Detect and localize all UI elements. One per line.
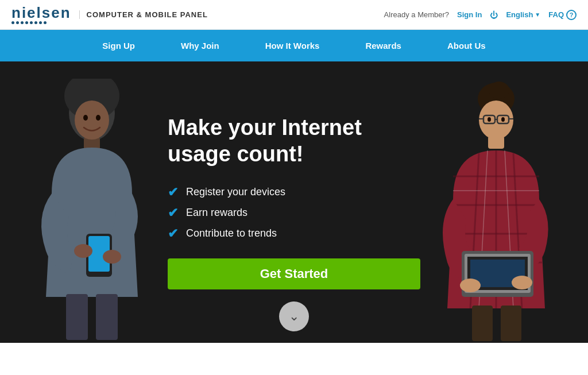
scroll-down-button[interactable]: ⌄ bbox=[279, 301, 309, 331]
faq-circle-icon: ? bbox=[566, 10, 577, 20]
svg-point-10 bbox=[83, 115, 88, 121]
feature-2-label: Earn rewards bbox=[186, 207, 247, 219]
svg-rect-7 bbox=[66, 294, 88, 340]
feature-2: ✔ Earn rewards bbox=[168, 206, 420, 221]
faq-label: FAQ bbox=[548, 10, 564, 19]
feature-1: ✔ Register your devices bbox=[168, 185, 420, 200]
power-icon: ⏻ bbox=[490, 10, 498, 20]
svg-point-21 bbox=[501, 117, 505, 122]
nav-items: Sign Up Why Join How It Works Rewards Ab… bbox=[79, 30, 508, 61]
svg-rect-8 bbox=[96, 294, 118, 340]
nav-item-why-join[interactable]: Why Join bbox=[158, 30, 242, 61]
feature-3-label: Contribute to trends bbox=[186, 227, 277, 239]
svg-rect-39 bbox=[472, 306, 493, 341]
nielsen-logo: nielsen bbox=[11, 5, 71, 24]
check-icon-1: ✔ bbox=[168, 185, 178, 200]
faq-link[interactable]: FAQ ? bbox=[548, 10, 577, 20]
feature-3: ✔ Contribute to trends bbox=[168, 226, 420, 241]
nav-item-signup[interactable]: Sign Up bbox=[79, 30, 158, 61]
svg-point-11 bbox=[96, 115, 100, 121]
member-prompt: Already a Member? bbox=[384, 10, 449, 19]
svg-point-38 bbox=[512, 276, 532, 289]
brand-dots bbox=[11, 21, 47, 24]
svg-point-5 bbox=[74, 244, 92, 258]
svg-rect-40 bbox=[501, 306, 521, 341]
language-selector[interactable]: English ▼ bbox=[506, 10, 540, 19]
brand-subtitle: COMPUTER & MOBILE PANEL bbox=[79, 10, 208, 19]
brand-name: nielsen bbox=[11, 5, 71, 20]
check-icon-3: ✔ bbox=[168, 226, 178, 241]
hero-features: ✔ Register your devices ✔ Earn rewards ✔… bbox=[168, 185, 420, 241]
nav-item-how-it-works[interactable]: How It Works bbox=[242, 30, 343, 61]
header-right: Already a Member? Sign In ⏻ English ▼ FA… bbox=[384, 10, 577, 20]
sign-in-link[interactable]: Sign In bbox=[457, 10, 482, 19]
hero-content: Make your Internet usage count! ✔ Regist… bbox=[168, 115, 420, 289]
nav-item-about-us[interactable]: About Us bbox=[424, 30, 509, 61]
check-icon-2: ✔ bbox=[168, 206, 178, 221]
main-nav: Sign Up Why Join How It Works Rewards Ab… bbox=[0, 30, 588, 61]
svg-point-6 bbox=[103, 250, 121, 264]
hero-title: Make your Internet usage count! bbox=[168, 115, 420, 167]
svg-point-9 bbox=[75, 100, 109, 140]
hero-section: Make your Internet usage count! ✔ Regist… bbox=[0, 61, 588, 343]
chevron-down-icon: ▼ bbox=[535, 11, 540, 18]
chevron-down-icon: ⌄ bbox=[289, 310, 299, 323]
svg-point-37 bbox=[460, 279, 481, 292]
header-left: nielsen COMPUTER & MOBILE PANEL bbox=[11, 5, 208, 24]
svg-rect-22 bbox=[488, 136, 504, 149]
person-right bbox=[421, 79, 571, 343]
svg-point-13 bbox=[489, 82, 509, 99]
feature-1-label: Register your devices bbox=[186, 186, 285, 198]
svg-point-20 bbox=[488, 117, 491, 122]
site-header: nielsen COMPUTER & MOBILE PANEL Already … bbox=[0, 0, 588, 30]
language-label: English bbox=[506, 10, 533, 19]
person-left bbox=[17, 79, 167, 343]
get-started-button[interactable]: Get Started bbox=[168, 258, 420, 289]
nav-item-rewards[interactable]: Rewards bbox=[342, 30, 424, 61]
